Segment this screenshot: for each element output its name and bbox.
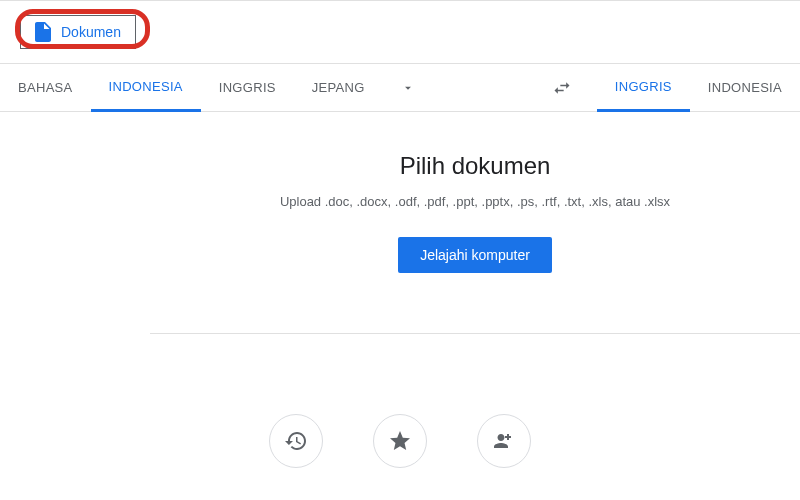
- source-lang-jepang[interactable]: JEPANG: [294, 64, 383, 112]
- top-toolbar: Dokumen: [0, 0, 800, 64]
- target-lang-inggris[interactable]: INGGRIS: [597, 64, 690, 112]
- history-icon: [284, 429, 308, 453]
- star-icon: [388, 429, 412, 453]
- dokumen-button[interactable]: Dokumen: [20, 15, 136, 49]
- chevron-down-icon[interactable]: [383, 64, 433, 112]
- target-lang-indonesia[interactable]: INDONESIA: [690, 64, 800, 112]
- community-button[interactable]: [477, 414, 531, 468]
- history-button[interactable]: [269, 414, 323, 468]
- swap-icon[interactable]: [527, 64, 597, 112]
- dokumen-label: Dokumen: [61, 24, 121, 40]
- upload-title: Pilih dokumen: [150, 152, 800, 180]
- footer-actions: [0, 334, 800, 468]
- source-lang-indonesia[interactable]: INDONESIA: [91, 64, 201, 112]
- browse-button[interactable]: Jelajahi komputer: [398, 237, 552, 273]
- document-icon: [35, 22, 51, 42]
- source-lang-inggris[interactable]: INGGRIS: [201, 64, 294, 112]
- people-icon: [492, 429, 516, 453]
- main-upload-area: Pilih dokumen Upload .doc, .docx, .odf, …: [150, 112, 800, 334]
- source-lang-detect[interactable]: BAHASA: [0, 64, 91, 112]
- upload-subtitle: Upload .doc, .docx, .odf, .pdf, .ppt, .p…: [150, 194, 800, 209]
- saved-button[interactable]: [373, 414, 427, 468]
- language-bar: BAHASA INDONESIA INGGRIS JEPANG INGGRIS …: [0, 64, 800, 112]
